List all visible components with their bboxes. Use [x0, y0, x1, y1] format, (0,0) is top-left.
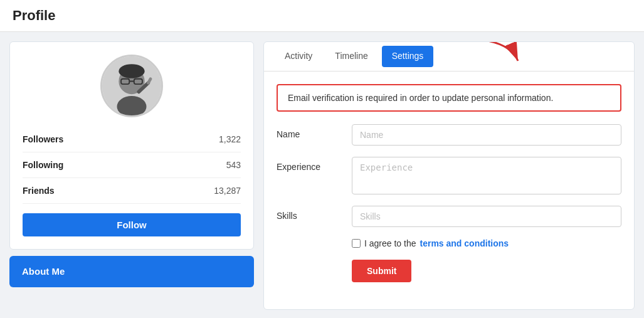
tabs-header: Activity Timeline Settings [264, 42, 634, 72]
following-row: Following 543 [23, 152, 241, 178]
friends-label: Friends [23, 186, 55, 196]
tab-content: Email verification is required in order … [264, 72, 634, 309]
alert-box: Email verification is required in order … [277, 84, 621, 112]
skills-row: Skills [277, 206, 621, 227]
friends-row: Friends 13,287 [23, 178, 241, 204]
svg-point-3 [119, 64, 144, 78]
following-label: Following [23, 160, 63, 170]
name-row: Name [277, 124, 621, 146]
terms-row: I agree to the terms and conditions [352, 238, 621, 248]
friends-count: 13,287 [214, 186, 241, 196]
terms-checkbox[interactable] [352, 239, 361, 248]
follow-button[interactable]: Follow [23, 213, 241, 236]
name-label: Name [277, 124, 352, 139]
tab-timeline[interactable]: Timeline [324, 42, 379, 71]
right-panel: Activity Timeline Settings Email verific… [263, 41, 635, 310]
tab-activity[interactable]: Activity [273, 42, 324, 71]
name-input[interactable] [352, 124, 621, 146]
about-me-title: About Me [22, 266, 65, 277]
page-title: Profile [13, 8, 631, 24]
terms-link[interactable]: terms and conditions [420, 238, 509, 248]
terms-prefix-text: I agree to the [364, 238, 416, 248]
skills-input[interactable] [352, 206, 621, 227]
experience-label: Experience [277, 157, 352, 172]
experience-input[interactable] [352, 157, 621, 194]
avatar [100, 55, 163, 117]
skills-label: Skills [277, 206, 352, 221]
followers-label: Followers [23, 134, 63, 144]
left-panel: Followers 1,322 Following 543 Friends 13… [9, 41, 254, 310]
submit-button[interactable]: Submit [352, 260, 411, 282]
experience-row: Experience [277, 157, 621, 194]
stats-section: Followers 1,322 Following 543 Friends 13… [23, 127, 241, 204]
alert-message: Email verification is required in order … [288, 93, 553, 103]
page-header: Profile [0, 0, 644, 32]
tab-settings[interactable]: Settings [382, 46, 434, 67]
main-content: Followers 1,322 Following 543 Friends 13… [0, 32, 644, 318]
followers-row: Followers 1,322 [23, 127, 241, 152]
svg-line-8 [148, 79, 150, 83]
arrow-indicator [458, 41, 534, 73]
profile-card: Followers 1,322 Following 543 Friends 13… [9, 41, 254, 250]
following-count: 543 [226, 160, 241, 170]
about-me-card: About Me [9, 256, 254, 287]
followers-count: 1,322 [219, 134, 241, 144]
